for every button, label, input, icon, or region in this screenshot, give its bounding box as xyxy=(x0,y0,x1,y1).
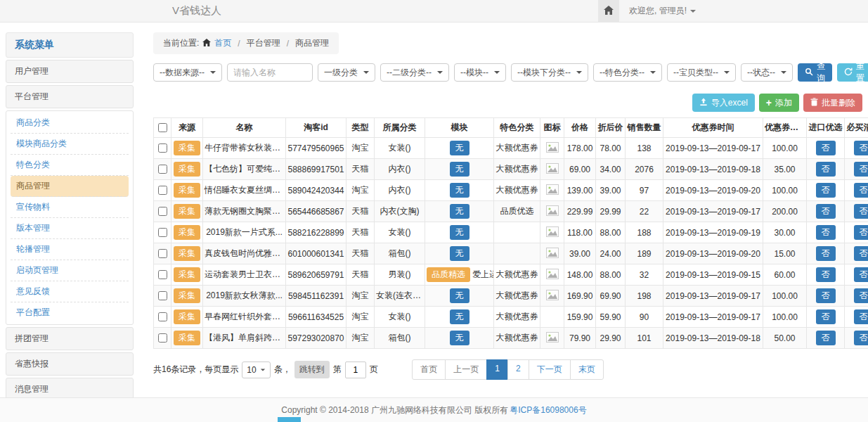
must-buy-button[interactable]: 否 xyxy=(854,225,868,240)
price-cell: 159.90 xyxy=(564,307,596,328)
must-buy-button[interactable]: 否 xyxy=(854,267,868,282)
pager-next[interactable]: 下一页 xyxy=(529,359,571,380)
sidebar-item-users[interactable]: 用户管理 xyxy=(6,60,134,83)
filter-select-module[interactable]: --模块-- xyxy=(454,63,506,82)
sidebar-item-message[interactable]: 消息管理 xyxy=(6,378,134,397)
pager-first[interactable]: 首页 xyxy=(412,359,446,380)
user-menu[interactable]: 欢迎您, 管理员! xyxy=(629,5,696,17)
import-optional-button[interactable]: 否 xyxy=(816,204,836,219)
navbar-right: 欢迎您, 管理员! xyxy=(598,0,696,23)
sidebar-item-express[interactable]: 省惠快报 xyxy=(6,352,134,376)
jump-button[interactable]: 跳转到 xyxy=(294,361,330,378)
row-checkbox[interactable] xyxy=(158,207,167,216)
must-buy-button[interactable]: 否 xyxy=(854,204,868,219)
jump-page-input[interactable] xyxy=(345,362,366,378)
must-buy-button[interactable]: 否 xyxy=(854,246,868,261)
must-buy-button[interactable]: 否 xyxy=(854,331,868,345)
import-optional-button[interactable]: 否 xyxy=(816,183,836,198)
discount-price-cell: 34.00 xyxy=(596,159,626,180)
row-checkbox[interactable] xyxy=(158,186,167,195)
row-checkbox[interactable] xyxy=(158,291,167,300)
row-checkbox[interactable] xyxy=(158,270,167,279)
filter-select-category-l1[interactable]: 一级分类 xyxy=(318,63,375,82)
select-all-checkbox[interactable] xyxy=(158,123,167,132)
sidebar-subitem-promo-material[interactable]: 宣传物料 xyxy=(11,197,129,218)
row-checkbox[interactable] xyxy=(158,249,167,258)
sidebar-item-group-buy[interactable]: 拼团管理 xyxy=(6,327,134,350)
import-excel-button[interactable]: 导入excel xyxy=(692,94,755,112)
sidebar-subitem-carousel[interactable]: 轮播管理 xyxy=(11,239,129,260)
pager-page-1[interactable]: 1 xyxy=(486,359,508,380)
pager-prev[interactable]: 上一页 xyxy=(445,359,487,380)
category-cell: 内衣(文胸) xyxy=(375,201,425,222)
row-checkbox[interactable] xyxy=(158,143,167,153)
page-size-select[interactable]: 10 xyxy=(242,362,270,378)
sidebar-subitem-platform-config[interactable]: 平台配置 xyxy=(11,302,129,323)
filter-select-data-source[interactable]: --数据来源-- xyxy=(153,63,222,82)
sales-cell: 2076 xyxy=(626,159,663,180)
import-optional-button[interactable]: 否 xyxy=(816,267,836,282)
row-checkbox[interactable] xyxy=(158,333,167,343)
feature-cell: 大额优惠券 xyxy=(494,307,540,328)
filter-select-category-l2[interactable]: --二级分类-- xyxy=(380,63,449,82)
import-optional-button[interactable]: 否 xyxy=(816,309,836,324)
pager-page-2[interactable]: 2 xyxy=(507,359,529,380)
sidebar-subitem-goods-category[interactable]: 商品分类 xyxy=(11,113,129,134)
coupon-amount-cell: 30.00 xyxy=(763,222,807,243)
sidebar-subitem-splash[interactable]: 启动页管理 xyxy=(11,260,129,281)
icon-cell xyxy=(540,201,564,222)
must-buy-button[interactable]: 否 xyxy=(854,162,868,177)
filter-input-name[interactable] xyxy=(227,63,313,82)
must-buy-button[interactable]: 否 xyxy=(854,309,868,324)
sidebar-subitem-version[interactable]: 版本管理 xyxy=(11,218,129,239)
must-buy-button[interactable]: 否 xyxy=(854,141,868,155)
import-optional-button[interactable]: 否 xyxy=(816,288,836,303)
breadcrumb-separator: / xyxy=(287,39,289,49)
icon-cell xyxy=(540,222,564,243)
column-header-6: 特色分类 xyxy=(494,118,540,138)
filter-select-feature-category[interactable]: --特色分类-- xyxy=(593,63,662,82)
thumbnail-icon xyxy=(546,271,559,281)
module-badge: 无 xyxy=(450,246,469,261)
row-checkbox[interactable] xyxy=(158,165,167,174)
sidebar-subitem-goods-manage[interactable]: 商品管理 xyxy=(11,176,129,197)
filter-select-status[interactable]: --状态-- xyxy=(741,63,793,82)
must-buy-button[interactable]: 否 xyxy=(854,183,868,198)
import-optional-button[interactable]: 否 xyxy=(816,225,836,240)
thumbnail-icon xyxy=(546,229,559,239)
sidebar-subitem-feedback[interactable]: 意见反馈 xyxy=(11,281,129,302)
search-button[interactable]: 查询 xyxy=(798,63,832,82)
pager-last[interactable]: 末页 xyxy=(570,359,604,380)
filter-select-module-sub[interactable]: --模块下分类-- xyxy=(511,63,588,82)
sidebar-subitem-feature-category[interactable]: 特色分类 xyxy=(11,155,129,176)
row-checkbox[interactable] xyxy=(158,228,167,237)
chevron-down-icon xyxy=(261,369,265,371)
home-nav-button[interactable] xyxy=(598,0,619,23)
filter-select-label: --特色分类-- xyxy=(600,67,644,79)
sidebar-subitem-module-goods-category[interactable]: 模块商品分类 xyxy=(11,134,129,155)
column-header-10: 销售数量 xyxy=(626,118,663,138)
sidebar-item-platform[interactable]: 平台管理 xyxy=(6,85,134,108)
import-optional-button[interactable]: 否 xyxy=(816,331,836,345)
name-cell: 情侣睡衣女夏丝绸男士... xyxy=(203,180,286,201)
filter-select-label: --状态-- xyxy=(747,67,775,79)
filter-select-item-type[interactable]: --宝贝类型-- xyxy=(667,63,736,82)
import-optional-button[interactable]: 否 xyxy=(816,162,836,177)
add-button[interactable]: + 添加 xyxy=(759,94,799,112)
icp-link[interactable]: 粤ICP备16098006号 xyxy=(510,404,586,416)
sales-cell: 101 xyxy=(626,328,663,349)
import-optional-button[interactable]: 否 xyxy=(816,246,836,261)
table-row: 采集【七色纺】可爱纯棉家...588869917501天猫内衣()无大额优惠券6… xyxy=(154,159,868,180)
must-buy-button[interactable]: 否 xyxy=(854,288,868,303)
pagination-row: 共16条记录，每页显示 10 条， 跳转到 第 页 首页上一页12下一页末页 xyxy=(153,359,862,380)
batch-delete-button[interactable]: 批量删除 xyxy=(803,94,862,112)
reset-button[interactable]: 重置 xyxy=(837,63,868,82)
filter-select-label: --宝贝类型-- xyxy=(673,67,718,79)
feature-cell xyxy=(494,222,540,243)
import-optional-button[interactable]: 否 xyxy=(816,141,836,155)
import-optional-cell: 否 xyxy=(807,286,845,307)
module-badge: 无 xyxy=(450,309,469,324)
breadcrumb-home-link[interactable]: 首页 xyxy=(214,37,231,49)
module-wrap: 品质精选爱上运动 xyxy=(427,267,494,282)
row-checkbox[interactable] xyxy=(158,312,167,321)
